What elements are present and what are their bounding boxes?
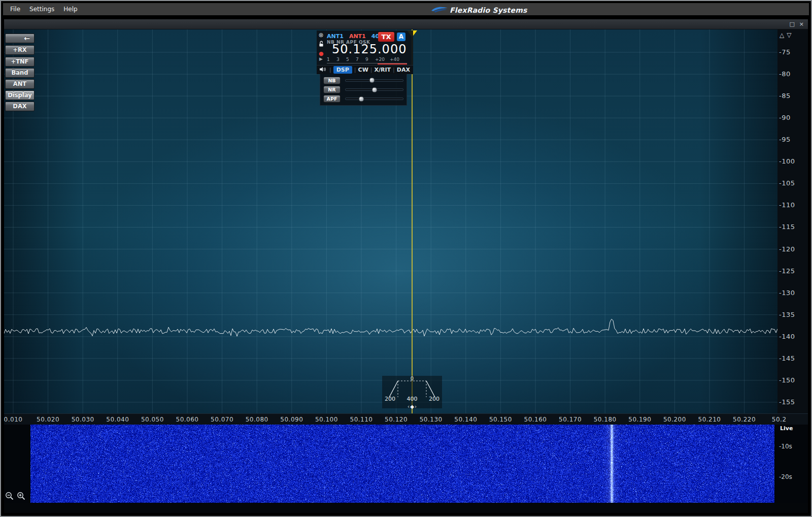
freq-axis-label: 50.100 [315, 416, 338, 423]
handle-right-arrow-icon: › [415, 403, 417, 410]
close-icon[interactable]: × [799, 21, 804, 27]
dsp-nb-slider[interactable] [345, 79, 403, 82]
dbm-axis-label: -100 [779, 157, 795, 165]
tab-dsp[interactable]: DSP [333, 66, 352, 74]
dbm-axis-label: -80 [779, 70, 791, 78]
dsp-row: NR [323, 86, 403, 94]
rx-antenna-label[interactable]: ANT1 [327, 33, 344, 40]
freq-axis-label: 50.030 [72, 416, 94, 423]
frequency-axis[interactable]: 0.01050.02050.03050.04050.05050.06050.07… [4, 413, 808, 425]
dbm-axis-label: -125 [779, 267, 795, 275]
tab-xrit[interactable]: X/RIT [375, 67, 391, 73]
freq-axis-label: 50.190 [628, 416, 651, 423]
waterfall-live-label: Live [780, 425, 793, 432]
dbm-axis-label: -135 [779, 311, 795, 318]
freq-axis-label: 50.160 [524, 416, 547, 423]
menu-settings[interactable]: Settings [29, 6, 54, 13]
tx-button[interactable]: TX [378, 32, 394, 42]
tuning-cursor[interactable] [412, 29, 413, 413]
lock-icon[interactable] [319, 40, 324, 49]
menu-help[interactable]: Help [63, 6, 77, 13]
dbm-axis-label: -145 [779, 354, 795, 362]
tab-divider: | [329, 67, 331, 73]
s-meter-tick: 7 [356, 57, 365, 62]
dbm-axis-label: -140 [779, 333, 795, 340]
slice-letter-badge[interactable]: A [397, 33, 405, 41]
waterfall-time-label: -20s [779, 473, 792, 480]
zoom-in-icon[interactable] [17, 492, 26, 503]
bottom-bar [4, 503, 808, 513]
freq-axis-label: 50.110 [350, 416, 373, 423]
filter-drag-handle[interactable]: ‹ ◆ › [408, 403, 417, 410]
menu-file[interactable]: File [10, 6, 20, 13]
audio-speaker-icon[interactable] [319, 67, 326, 74]
handle-diamond-icon: ◆ [410, 404, 414, 409]
record-icon[interactable]: ● [319, 51, 323, 55]
scale-up-icon[interactable]: △ [780, 31, 784, 39]
freq-axis-label: 50.120 [385, 416, 408, 423]
slider-handle[interactable] [358, 96, 364, 102]
s-meter: 13579+20+40 [327, 57, 407, 65]
tab-divider: | [354, 67, 356, 73]
zoom-out-icon[interactable] [5, 492, 14, 503]
filter-right-width: 200 [429, 396, 439, 402]
dbm-axis-label: -115 [779, 223, 795, 231]
freq-axis-label: 50.180 [594, 416, 617, 423]
tab-cw[interactable]: CW [358, 67, 368, 73]
s-meter-tick: 3 [336, 57, 346, 62]
dsp-row: APF [323, 95, 403, 103]
dbm-axis-label: -150 [779, 376, 795, 384]
handle-left-arrow-icon: ‹ [408, 403, 410, 410]
dbm-axis-label: -120 [779, 245, 795, 253]
menu-bar: File Settings Help FlexRadio Systems [3, 3, 809, 15]
scale-adjust: △ ▽ [780, 31, 791, 39]
scale-down-icon[interactable]: ▽ [787, 31, 791, 39]
dsp-apf-button[interactable]: APF [323, 95, 341, 103]
freq-axis-label: 50.130 [420, 416, 443, 423]
collapse-menu-button[interactable]: ← [5, 34, 35, 43]
slider-handle[interactable] [369, 78, 375, 83]
dsp-nr-button[interactable]: NR [323, 86, 341, 93]
waterfall-display: Live -10s -20s [4, 425, 808, 503]
slice-flag-tabs: | DSP | CW | X/RIT | DAX [317, 65, 413, 74]
dbm-axis-label: -130 [779, 289, 795, 297]
sidebar-item-display[interactable]: Display [5, 90, 35, 100]
dbm-axis-label: -75 [779, 48, 791, 56]
freq-axis-label: 50.080 [246, 416, 268, 423]
dbm-axis-label: -155 [779, 398, 795, 406]
slider-handle[interactable] [371, 87, 377, 92]
freq-axis-label: 50.150 [489, 416, 512, 423]
dsp-nr-slider[interactable] [345, 88, 403, 91]
sidebar-item-dax[interactable]: DAX [5, 102, 35, 111]
dbm-scale[interactable]: △ ▽ -75-80-85-90-95-100-105-110-115-120-… [777, 29, 808, 413]
s-meter-tick: 5 [346, 57, 356, 62]
filter-bandwidth[interactable]: 400 [407, 396, 418, 402]
tab-divider: | [393, 67, 395, 73]
restore-icon[interactable]: □ [789, 21, 794, 27]
freq-axis-label: 0.010 [4, 416, 22, 423]
play-icon[interactable]: ▶ [319, 57, 323, 61]
freq-axis-label: 50.090 [280, 416, 303, 423]
waterfall-canvas[interactable] [30, 425, 774, 503]
brand-text: FlexRadio Systems [450, 6, 527, 14]
sidebar-item-ant[interactable]: ANT [5, 79, 35, 89]
close-slice-icon[interactable]: ⊗ [318, 32, 323, 38]
dsp-nb-button[interactable]: NB [323, 77, 341, 84]
s-meter-scale: 13579+20+40 [327, 57, 407, 62]
frequency-display[interactable]: 50.125.000 [332, 42, 411, 56]
s-meter-tick: 1 [327, 57, 336, 62]
smartsdr-window: File Settings Help FlexRadio Systems □ × [0, 0, 812, 517]
tab-dax[interactable]: DAX [397, 67, 410, 73]
freq-axis-label: 50.060 [176, 416, 199, 423]
freq-axis-label: 50.170 [559, 416, 582, 423]
tx-antenna-label[interactable]: ANT1 [349, 33, 366, 40]
sidebar-item-add-rx[interactable]: +RX [5, 45, 35, 55]
sidebar-item-add-tnf[interactable]: +TNF [5, 57, 35, 67]
filter-adjust-popup[interactable]: 0 200 400 200 ‹ ◆ › [382, 376, 442, 408]
waterfall-time-label: -10s [779, 443, 792, 450]
dsp-apf-slider[interactable] [345, 98, 403, 100]
dbm-axis-label: -105 [779, 179, 795, 187]
sidebar-item-band[interactable]: Band [5, 68, 35, 78]
filter-left-width: 200 [385, 396, 395, 402]
spectrum-trace [4, 319, 777, 336]
